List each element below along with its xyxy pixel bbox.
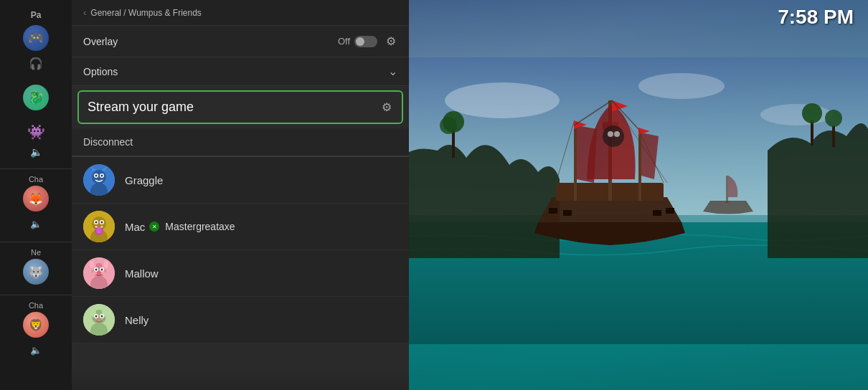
back-arrow-icon: ‹ (83, 7, 86, 18)
overlay-controls: Off ⚙ (338, 33, 397, 49)
svg-point-18 (608, 131, 613, 137)
options-row[interactable]: Options ⌄ (72, 57, 409, 86)
sidebar-section-2: 🐉 (0, 80, 72, 115)
svg-point-52 (104, 261, 108, 268)
user-avatar-graggle (83, 164, 115, 196)
svg-point-11 (825, 110, 842, 127)
svg-point-2 (638, 73, 725, 99)
overlay-toggle[interactable]: Off (338, 36, 377, 47)
main-panel: ‹ General / Wumpus & Friends Overlay Off… (72, 0, 409, 390)
user-item-nelly[interactable]: Nelly (72, 297, 409, 343)
sidebar-headphones-icon[interactable]: 🎧 (26, 53, 46, 73)
overlay-toggle-thumb (356, 37, 364, 46)
sidebar-panel-label: Pa (31, 10, 42, 20)
user-avatar-mallow (83, 257, 115, 289)
svg-rect-27 (653, 210, 661, 216)
user-item-mallow[interactable]: Mallow (72, 250, 409, 297)
ship-scene (395, 57, 868, 344)
disconnect-label: Disconnect (83, 136, 133, 148)
svg-point-69 (97, 318, 101, 320)
chevron-down-icon: ⌄ (388, 65, 397, 78)
time-display: 7:58 PM (778, 6, 854, 29)
user-info-mac: Mac Mastergreataxe (125, 221, 235, 233)
svg-point-7 (440, 117, 457, 134)
svg-point-58 (93, 271, 97, 275)
user-name-nelly: Nelly (125, 314, 148, 326)
svg-point-67 (95, 315, 98, 318)
svg-point-1 (445, 82, 560, 118)
svg-point-56 (101, 269, 103, 271)
svg-point-45 (96, 228, 102, 234)
main-panel-bottom-fade (72, 368, 409, 390)
header-breadcrumb: General / Wumpus & Friends (90, 8, 202, 18)
xbox-icon (149, 222, 159, 232)
sidebar-alien-icon[interactable]: 👾 (26, 122, 46, 142)
svg-rect-14 (574, 122, 577, 201)
sidebar-ch3-avatar[interactable]: 🦁 (23, 312, 49, 338)
svg-point-71 (103, 318, 105, 320)
svg-point-55 (95, 269, 98, 271)
sidebar-ch3-volume[interactable]: 🔈 (26, 340, 46, 360)
sidebar-channel-label-1: Cha (16, 175, 56, 184)
sidebar-channel-3: Cha 🦁 🔈 (0, 295, 72, 364)
left-sidebar: Pa 🎮 🎧 🐉 👾 🔈 Cha 🦊 🔈 Ne 🐺 Cha 🦁 🔈 (0, 0, 72, 390)
sidebar-channel-label-3: Cha (16, 301, 56, 310)
svg-point-43 (101, 222, 103, 224)
svg-rect-29 (726, 176, 728, 203)
stream-game-row[interactable]: Stream your game ⚙ (77, 90, 403, 124)
header-bar: ‹ General / Wumpus & Friends (72, 0, 409, 26)
stream-game-gear-button[interactable]: ⚙ (380, 99, 393, 115)
sidebar-avatar-2: 🐉 (23, 85, 49, 110)
user-info-nelly: Nelly (125, 314, 148, 326)
user-list: Graggle (72, 157, 409, 343)
overlay-toggle-track[interactable] (354, 36, 377, 47)
svg-point-42 (95, 222, 98, 224)
svg-rect-26 (563, 210, 572, 216)
sidebar-section-top: Pa 🎮 🎧 (0, 7, 72, 76)
sidebar-channel-1: Cha 🦊 🔈 (0, 168, 72, 238)
user-item-mac[interactable]: Mac Mastergreataxe (72, 204, 409, 250)
svg-point-57 (97, 271, 101, 274)
overlay-row: Overlay Off ⚙ (72, 26, 409, 57)
svg-point-59 (101, 271, 105, 275)
sidebar-ch1-avatar[interactable]: 🦊 (23, 186, 49, 211)
user-name-graggle: Graggle (125, 174, 163, 186)
sidebar-channel-2: Ne 🐺 (0, 242, 72, 291)
svg-rect-15 (638, 129, 641, 201)
user-info-mallow: Mallow (125, 267, 159, 280)
overlay-gear-button[interactable]: ⚙ (385, 33, 397, 49)
svg-point-19 (614, 131, 620, 137)
svg-point-35 (95, 175, 98, 177)
mac-sub: Mastergreataxe (165, 221, 235, 232)
svg-point-36 (101, 175, 103, 177)
svg-rect-28 (666, 208, 674, 214)
stream-game-label: Stream your game (88, 100, 194, 115)
sidebar-ch2-avatar[interactable]: 🐺 (23, 259, 49, 285)
overlay-toggle-text: Off (338, 36, 350, 47)
options-label: Options (83, 66, 118, 77)
sidebar-volume-icon[interactable]: 🔈 (26, 142, 46, 162)
svg-rect-5 (452, 129, 455, 158)
svg-point-50 (90, 261, 94, 268)
svg-rect-25 (549, 208, 557, 214)
user-name-mallow: Mallow (125, 267, 159, 280)
user-info-graggle: Graggle (125, 174, 163, 186)
sidebar-avatar-1: 🎮 (23, 25, 49, 51)
svg-point-31 (92, 170, 106, 184)
user-item-graggle[interactable]: Graggle (72, 157, 409, 204)
svg-point-70 (93, 318, 95, 320)
svg-rect-8 (811, 120, 813, 146)
user-avatar-mac (83, 211, 115, 242)
user-name-mac: Mac Mastergreataxe (125, 221, 235, 233)
user-avatar-nelly (83, 304, 115, 336)
svg-point-68 (101, 315, 103, 318)
sidebar-ch1-volume[interactable]: 🔈 (26, 214, 46, 234)
disconnect-row[interactable]: Disconnect (72, 128, 409, 156)
svg-rect-10 (832, 125, 835, 147)
overlay-label: Overlay (83, 36, 118, 47)
svg-point-17 (603, 125, 624, 147)
sidebar-channel-label-2: Ne (16, 248, 56, 257)
sidebar-section-icon: 👾 🔈 (0, 119, 72, 165)
svg-point-9 (802, 103, 822, 123)
